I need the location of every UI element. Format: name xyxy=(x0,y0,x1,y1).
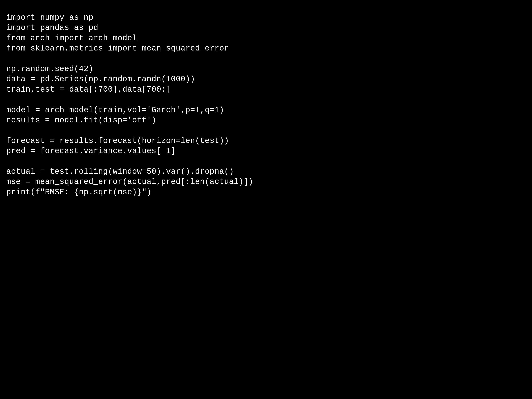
code-line: data = pd.Series(np.random.randn(1000)) xyxy=(6,75,195,83)
code-line: results = model.fit(disp='off') xyxy=(6,116,156,125)
code-line: forecast = results.forecast(horizon=len(… xyxy=(6,136,229,145)
code-line: mse = mean_squared_error(actual,pred[:le… xyxy=(6,177,253,186)
code-line: print(f"RMSE: {np.sqrt(mse)}") xyxy=(6,188,152,196)
code-line: import pandas as pd xyxy=(6,23,98,32)
code-line: from sklearn.metrics import mean_squared… xyxy=(6,44,229,53)
code-line: model = arch_model(train,vol='Garch',p=1… xyxy=(6,106,224,114)
code-line: from arch import arch_model xyxy=(6,34,137,43)
code-line: np.random.seed(42) xyxy=(6,64,93,73)
code-line: actual = test.rolling(window=50).var().d… xyxy=(6,167,234,176)
code-line: pred = forecast.variance.values[-1] xyxy=(6,146,176,155)
code-block: import numpy as np import pandas as pd f… xyxy=(6,13,526,197)
code-line: import numpy as np xyxy=(6,13,93,22)
code-line: train,test = data[:700],data[700:] xyxy=(6,85,171,94)
